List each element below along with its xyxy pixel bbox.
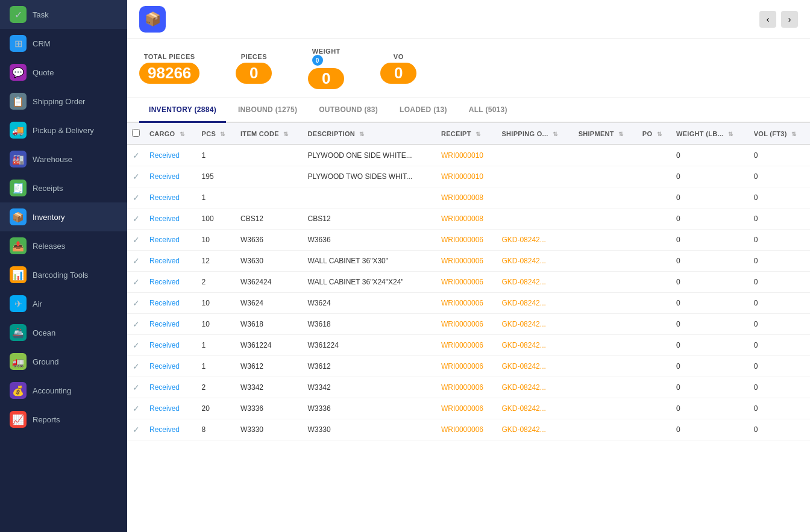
col-po[interactable]: PO ⇅ (638, 123, 671, 145)
row-shipping-order[interactable]: GKD-08242... (497, 335, 573, 356)
row-cargo[interactable]: Received (145, 251, 197, 272)
row-cargo[interactable]: Received (145, 166, 197, 187)
row-cargo[interactable]: Received (145, 145, 197, 166)
row-weight: 0 (671, 208, 749, 230)
sidebar-item-shipping-order[interactable]: 📋 Shipping Order (0, 87, 127, 116)
row-shipping-order[interactable] (497, 166, 573, 187)
row-cargo[interactable]: Received (145, 187, 197, 208)
sidebar-item-task[interactable]: ✓ Task (0, 0, 127, 29)
tab-all[interactable]: ALL (5013) (459, 98, 517, 123)
sidebar-item-ocean[interactable]: 🚢 Ocean (0, 318, 127, 347)
sidebar-item-barcoding-tools[interactable]: 📊 Barcoding Tools (0, 260, 127, 289)
tabs-bar: INVENTORY (2884) INBOUND (1275) OUTBOUND… (127, 98, 810, 123)
col-receipt[interactable]: RECEIPT ⇅ (436, 123, 497, 145)
row-shipping-order[interactable]: GKD-08242... (497, 251, 573, 272)
row-receipt[interactable]: WRI0000006 (436, 251, 497, 272)
col-weight[interactable]: WEIGHT (LB... ⇅ (671, 123, 749, 145)
sidebar-item-releases[interactable]: 📤 Releases (0, 231, 127, 260)
row-shipping-order[interactable] (497, 145, 573, 166)
check-icon: ✓ (133, 319, 140, 329)
row-pcs: 8 (197, 419, 236, 440)
row-receipt[interactable]: WRI0000006 (436, 335, 497, 356)
check-icon: ✓ (133, 172, 140, 181)
row-receipt[interactable]: WRI0000010 (436, 166, 497, 187)
col-description[interactable]: DESCRIPTION ⇅ (303, 123, 436, 145)
row-shipping-order[interactable]: GKD-08242... (497, 272, 573, 293)
row-receipt[interactable]: WRI0000010 (436, 145, 497, 166)
row-receipt[interactable]: WRI0000006 (436, 314, 497, 335)
row-receipt[interactable]: WRI0000008 (436, 208, 497, 230)
row-receipt[interactable]: WRI0000006 (436, 230, 497, 251)
row-cargo[interactable]: Received (145, 272, 197, 293)
row-shipping-order[interactable] (497, 208, 573, 230)
tab-inventory[interactable]: INVENTORY (2884) (139, 98, 226, 123)
row-check: ✓ (127, 419, 145, 440)
col-shipment[interactable]: SHIPMENT ⇅ (574, 123, 638, 145)
stats-bar: TOTAL PIECES 98266 PIECES 0 WEIGHT 0 0 V… (127, 39, 810, 98)
row-receipt[interactable]: WRI0000006 (436, 398, 497, 419)
row-pcs: 1 (197, 187, 236, 208)
col-cargo[interactable]: CARGO ⇅ (145, 123, 197, 145)
row-vol: 0 (749, 398, 810, 419)
row-shipping-order[interactable]: GKD-08242... (497, 377, 573, 398)
select-all-checkbox[interactable] (132, 129, 140, 137)
table-row: ✓ Received 8 W3330 W3330 WRI0000006 GKD-… (127, 419, 810, 440)
row-cargo[interactable]: Received (145, 377, 197, 398)
row-cargo[interactable]: Received (145, 208, 197, 230)
tab-loaded[interactable]: LOADED (13) (390, 98, 457, 123)
sidebar-item-receipts[interactable]: 🧾 Receipts (0, 174, 127, 202)
row-weight: 0 (671, 145, 749, 166)
col-vol[interactable]: VOL (FT3) ⇅ (749, 123, 810, 145)
prev-page-button[interactable]: ‹ (759, 11, 776, 28)
row-check: ✓ (127, 356, 145, 377)
row-weight: 0 (671, 293, 749, 314)
check-icon: ✓ (133, 383, 140, 392)
row-cargo[interactable]: Received (145, 419, 197, 440)
row-weight: 0 (671, 419, 749, 440)
sidebar-item-air[interactable]: ✈ Air (0, 289, 127, 318)
row-description: CBS12 (303, 208, 436, 230)
sidebar-item-accounting[interactable]: 💰 Accounting (0, 376, 127, 405)
row-shipping-order[interactable]: GKD-08242... (497, 419, 573, 440)
sidebar-icon: 🚢 (10, 324, 27, 341)
sidebar-item-crm[interactable]: ⊞ CRM (0, 29, 127, 58)
row-check: ✓ (127, 398, 145, 419)
row-cargo[interactable]: Received (145, 230, 197, 251)
next-page-button[interactable]: › (781, 11, 798, 28)
row-receipt[interactable]: WRI0000006 (436, 419, 497, 440)
tab-outbound[interactable]: OUTBOUND (83) (309, 98, 388, 123)
row-receipt[interactable]: WRI0000006 (436, 272, 497, 293)
sidebar-item-ground[interactable]: 🚛 Ground (0, 347, 127, 376)
sidebar-item-reports[interactable]: 📈 Reports (0, 405, 127, 434)
row-cargo[interactable]: Received (145, 293, 197, 314)
row-description: W361224 (303, 335, 436, 356)
check-icon: ✓ (133, 340, 140, 350)
row-receipt[interactable]: WRI0000006 (436, 293, 497, 314)
tab-inbound[interactable]: INBOUND (1275) (228, 98, 307, 123)
row-shipping-order[interactable]: GKD-08242... (497, 356, 573, 377)
row-receipt[interactable]: WRI0000008 (436, 187, 497, 208)
row-cargo[interactable]: Received (145, 356, 197, 377)
header-left: 📦 (139, 6, 173, 33)
sidebar-item-inventory[interactable]: 📦 Inventory (0, 202, 127, 231)
sidebar-item-quote[interactable]: 💬 Quote (0, 58, 127, 87)
sidebar-item-warehouse[interactable]: 🏭 Warehouse (0, 145, 127, 174)
row-shipping-order[interactable]: GKD-08242... (497, 398, 573, 419)
row-po (638, 230, 671, 251)
row-shipping-order[interactable]: GKD-08242... (497, 314, 573, 335)
sidebar-item-pickup---delivery[interactable]: 🚚 Pickup & Delivery (0, 116, 127, 145)
row-item-code: W3618 (236, 314, 303, 335)
row-cargo[interactable]: Received (145, 398, 197, 419)
table-row: ✓ Received 12 W3630 WALL CABINET 36"X30"… (127, 251, 810, 272)
col-item-code[interactable]: ITEM CODE ⇅ (236, 123, 303, 145)
row-shipping-order[interactable] (497, 187, 573, 208)
row-shipping-order[interactable]: GKD-08242... (497, 230, 573, 251)
row-shipping-order[interactable]: GKD-08242... (497, 293, 573, 314)
row-cargo[interactable]: Received (145, 314, 197, 335)
row-receipt[interactable]: WRI0000006 (436, 377, 497, 398)
col-shipping-order[interactable]: SHIPPING O... ⇅ (497, 123, 573, 145)
col-pcs[interactable]: PCS ⇅ (197, 123, 236, 145)
row-receipt[interactable]: WRI0000006 (436, 356, 497, 377)
row-description: W3612 (303, 356, 436, 377)
row-cargo[interactable]: Received (145, 335, 197, 356)
